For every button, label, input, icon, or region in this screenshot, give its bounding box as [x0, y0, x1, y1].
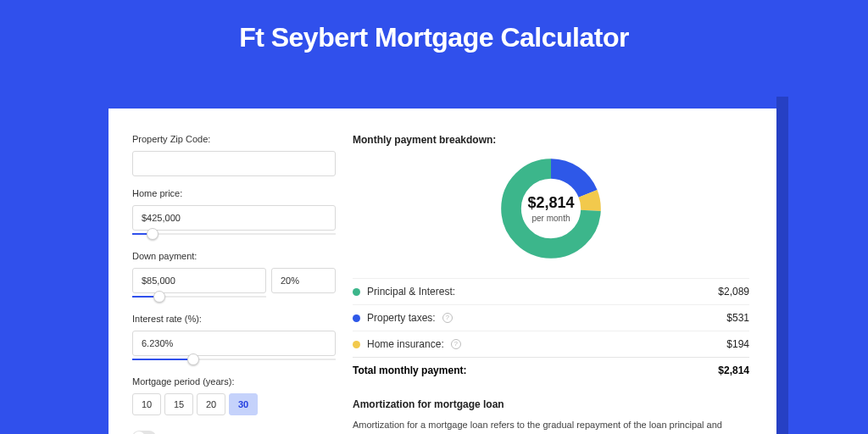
page-title: Ft Seybert Mortgage Calculator [0, 0, 868, 69]
insurance-legend-dot-icon [353, 341, 360, 348]
donut-sublabel: per month [531, 214, 570, 223]
down-payment-amount-input[interactable] [132, 268, 266, 293]
rate-slider[interactable] [132, 354, 336, 364]
calculator-card: Property Zip Code: Home price: Down paym… [108, 108, 776, 434]
form-column: Property Zip Code: Home price: Down paym… [132, 134, 336, 434]
info-icon[interactable]: ? [451, 339, 461, 349]
donut-chart-wrap: $2,814 per month [353, 156, 749, 261]
legend-amount-insurance: $194 [726, 338, 749, 350]
legend-row-insurance: Home insurance:?$194 [353, 331, 749, 357]
zip-label: Property Zip Code: [132, 134, 336, 144]
period-option-20[interactable]: 20 [197, 393, 225, 415]
taxes-legend-dot-icon [353, 314, 360, 322]
legend-row-taxes: Property taxes:?$531 [353, 304, 749, 331]
rate-field-group: Interest rate (%): [132, 314, 336, 364]
zip-input[interactable] [132, 151, 336, 176]
price-slider[interactable] [132, 229, 336, 239]
period-option-30[interactable]: 30 [229, 393, 258, 415]
breakdown-column: Monthly payment breakdown: $2,814 per mo… [336, 134, 749, 434]
price-input[interactable] [132, 205, 336, 231]
total-label: Total monthly payment: [353, 364, 466, 376]
down-payment-slider[interactable] [132, 292, 266, 302]
legend-label-principal: Principal & Interest: [367, 286, 455, 298]
rate-label: Interest rate (%): [132, 314, 336, 324]
amortization-title: Amortization for mortgage loan [353, 398, 749, 410]
total-amount: $2,814 [718, 364, 749, 376]
veteran-toggle[interactable] [132, 431, 156, 434]
veteran-toggle-row: I am veteran or military [132, 431, 336, 434]
rate-input[interactable] [132, 331, 336, 356]
price-label: Home price: [132, 188, 336, 198]
period-option-15[interactable]: 15 [164, 393, 193, 415]
period-label: Mortgage period (years): [132, 376, 336, 387]
principal-legend-dot-icon [353, 288, 360, 296]
breakdown-title: Monthly payment breakdown: [353, 134, 749, 146]
legend-row-principal: Principal & Interest:$2,089 [353, 278, 749, 304]
period-field-group: Mortgage period (years): 10152030 [132, 376, 336, 415]
donut-amount: $2,814 [527, 194, 574, 212]
amortization-text: Amortization for a mortgage loan refers … [353, 419, 749, 434]
zip-field-group: Property Zip Code: [132, 134, 336, 176]
info-icon[interactable]: ? [442, 313, 453, 323]
donut-chart: $2,814 per month [498, 156, 604, 261]
down-payment-percent-input[interactable] [271, 268, 336, 293]
card-shadow [776, 97, 788, 434]
legend-amount-principal: $2,089 [718, 286, 749, 298]
legend-amount-taxes: $531 [726, 312, 749, 324]
legend-label-taxes: Property taxes: [367, 312, 436, 324]
down-payment-field-group: Down payment: [132, 251, 336, 302]
period-option-10[interactable]: 10 [132, 393, 161, 415]
total-row: Total monthly payment: $2,814 [353, 357, 749, 383]
price-field-group: Home price: [132, 188, 336, 239]
down-payment-label: Down payment: [132, 251, 336, 261]
legend-label-insurance: Home insurance: [367, 338, 444, 350]
